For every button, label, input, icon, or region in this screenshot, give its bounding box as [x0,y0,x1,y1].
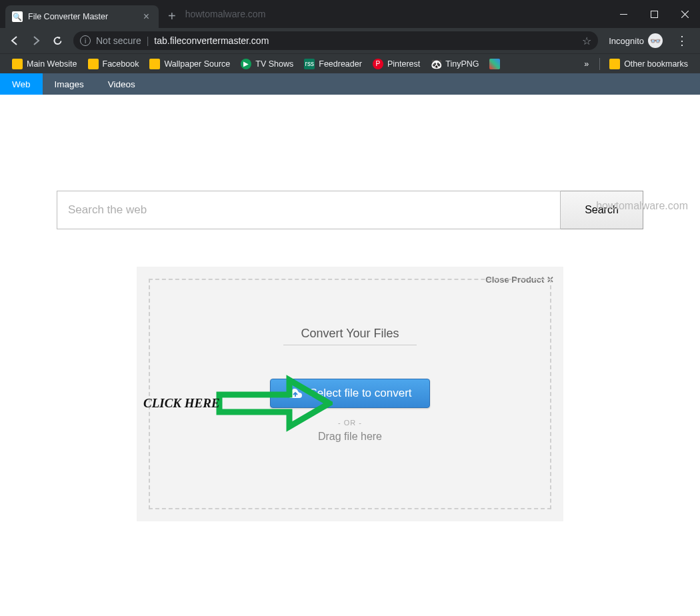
address-bar: i Not secure | tab.fileconvertermaster.c… [0,28,700,53]
bookmark-star-icon[interactable]: ☆ [582,35,591,47]
search-bar: Search [57,191,643,229]
info-icon[interactable]: i [80,35,91,46]
maximize-button[interactable] [639,3,669,25]
bookmark-facebook[interactable]: Facebook [83,59,145,69]
back-button[interactable] [5,31,24,50]
color-icon [489,59,500,69]
or-label: - OR - [338,419,362,427]
titlebar: 🔍 File Converter Master × + howtomalware… [0,0,700,28]
search-input[interactable] [57,191,561,229]
incognito-icon: 👓 [648,33,663,48]
browser-tab[interactable]: 🔍 File Converter Master × [5,5,159,28]
omnibox[interactable]: i Not secure | tab.fileconvertermaster.c… [73,31,598,50]
svg-rect-0 [620,14,627,15]
bookmarks-bar: Main Website Facebook Wallpaper Source ▶… [0,53,700,73]
folder-icon [88,59,99,69]
tab-videos[interactable]: Videos [96,73,147,95]
play-icon: ▶ [241,59,251,69]
tab-title: File Converter Master [28,12,108,21]
omnibox-divider: | [147,35,149,46]
tab-favicon: 🔍 [12,11,23,22]
folder-icon [609,59,620,69]
tinypng-icon: 🐼 [431,59,441,69]
bookmark-pinterest[interactable]: PPinterest [367,59,425,69]
bookmark-main-website[interactable]: Main Website [7,59,83,69]
bookmark-feedreader[interactable]: rssFeedreader [299,59,367,69]
bookmark-extra[interactable] [484,59,505,69]
convert-title: Convert Your Files [283,327,417,345]
window-controls [608,0,700,28]
other-bookmarks[interactable]: Other bookmarks [604,59,693,69]
tab-web[interactable]: Web [0,73,43,95]
bookmark-tv-shows[interactable]: ▶TV Shows [235,59,299,69]
click-here-label: CLICK HERE [143,396,220,411]
tab-close-icon[interactable]: × [141,11,152,23]
convert-card: Close Product ✕ Convert Your Files Selec… [137,267,563,521]
bookmarks-overflow-icon[interactable]: » [577,59,595,69]
dropzone[interactable]: Convert Your Files Select file to conver… [149,279,551,509]
url-text: tab.fileconvertermaster.com [154,35,269,46]
svg-rect-1 [651,11,657,17]
browser-menu-button[interactable]: ⋮ [669,33,695,48]
incognito-label: Incognito [609,36,644,46]
incognito-indicator: Incognito 👓 [609,33,663,48]
feedreader-icon: rss [304,59,315,69]
bookmark-divider [599,58,600,70]
page-content: howtomalware.com Search Close Product ✕ … [0,191,700,616]
arrow-icon [216,373,333,433]
click-here-annotation: CLICK HERE [143,373,333,433]
folder-icon [149,59,160,69]
page-nav-tabs: Web Images Videos [0,73,700,95]
close-window-button[interactable] [669,3,700,25]
folder-icon [12,59,23,69]
not-secure-label: Not secure [96,35,141,46]
pinterest-icon: P [373,59,383,69]
bookmark-wallpaper-source[interactable]: Wallpaper Source [144,59,235,69]
minimize-button[interactable] [608,3,639,25]
watermark-top: howtomalware.com [596,200,688,212]
tab-images[interactable]: Images [43,73,96,95]
bookmark-tinypng[interactable]: 🐼TinyPNG [425,59,484,69]
titlebar-watermark: howtomalware.com [185,9,266,19]
forward-button[interactable] [27,31,45,50]
reload-button[interactable] [48,31,67,50]
new-tab-button[interactable]: + [159,9,185,24]
